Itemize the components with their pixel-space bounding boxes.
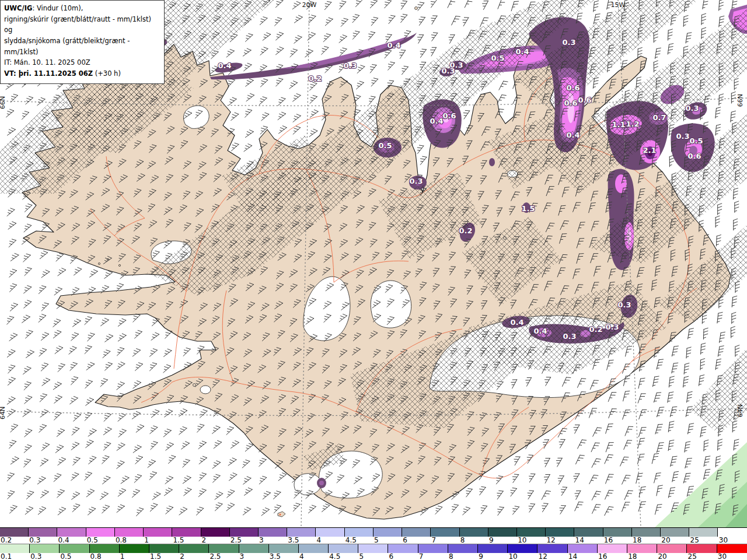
colorbar-rain (0, 544, 747, 553)
colorbar-tick-label: 2 (202, 536, 207, 544)
colorbar-tick-label: 14 (568, 552, 577, 560)
precip-value-label: 0.6 (578, 96, 591, 104)
colorbar-tick-label: 3 (259, 536, 264, 544)
colorbar-sleet-snow (0, 527, 747, 537)
colorbar-tick-label: 4.5 (345, 536, 357, 544)
colorbar-cell (316, 528, 344, 537)
colorbar-tick-label: 3 (240, 552, 245, 560)
colorbar-tick-label: 0.2 (1, 536, 12, 544)
colorbar-cell (537, 544, 567, 553)
precip-value-label: 0.4 (566, 131, 580, 139)
colorbar-cell (661, 528, 689, 537)
colorbar-tick-label: 16 (604, 536, 613, 544)
precip-value-label: 0.3 (605, 323, 619, 331)
colorbar-legend: 0.20.30.40.50.811.522.533.544.5567891012… (0, 527, 747, 560)
colorbar-cell (657, 544, 687, 553)
colorbar-cell (488, 528, 517, 537)
colorbar-tick-label: 0.3 (30, 552, 41, 560)
colorbar-cell (374, 528, 402, 537)
colorbar-tick-label: 1 (120, 552, 125, 560)
precip-value-label: 0.6 (687, 152, 701, 160)
precip-value-label: 0.6 (442, 111, 456, 120)
colorbar-cell (0, 544, 30, 553)
colorbar-tick-label: 8 (449, 552, 453, 560)
colorbar-cell (358, 544, 388, 553)
title-legend-box: UWC/IG: Vindur (10m), rigning/skúrir (gr… (0, 0, 165, 84)
colorbar-tick-label: 0.4 (58, 536, 69, 544)
colorbar-tick-label: 25 (690, 536, 699, 544)
meridian-label: 20W (302, 1, 317, 9)
colorbar-tick-label: 0.5 (60, 552, 71, 560)
colorbar-tick-label: 1.5 (173, 536, 184, 544)
colorbar-cell (209, 544, 239, 553)
colorbar-cell (546, 528, 574, 537)
legend-line-3: slydda/snjókoma (grátt/bleikt/grænt - mm… (4, 36, 161, 57)
colorbar-cell (179, 544, 209, 553)
colorbar-cell (0, 528, 29, 537)
colorbar-tick-label: 0.8 (116, 536, 127, 544)
colorbar-cell (448, 544, 478, 553)
parallel-label: 66N (0, 96, 6, 109)
colorbar-tick-label: 4 (317, 536, 322, 544)
precip-value-label: 1.1 (612, 120, 625, 129)
colorbar-cell (259, 528, 287, 537)
colorbar-tick-label: 18 (628, 552, 637, 560)
colorbar-cell (717, 544, 747, 553)
precip-value-label: 0.4 (218, 61, 231, 70)
colorbar-cell (269, 544, 299, 553)
colorbar-cell (431, 528, 459, 537)
precip-value-label: 0.3 (409, 177, 423, 186)
precip-value-label: 0.3 (562, 38, 575, 47)
colorbar-tick-label: 20 (661, 536, 670, 544)
colorbar-tick-label: 2.5 (210, 552, 221, 560)
colorbar-cell (418, 544, 448, 553)
colorbar-cell (603, 528, 632, 537)
colorbar-cell (86, 528, 115, 537)
colorbar-cell (574, 528, 603, 537)
legend-line-4: IT: Mán. 10. 11. 2025 00Z (4, 57, 161, 68)
precip-value-label: 1.2 (626, 120, 639, 128)
colorbar-tick-label: 7 (431, 536, 436, 544)
colorbar-tick-label: 7 (419, 552, 424, 560)
parallel-label: 64N (0, 407, 6, 419)
precip-value-label: 2.1 (643, 146, 656, 155)
colorbar-tick-label: 18 (633, 536, 641, 544)
colorbar-cell (230, 528, 259, 537)
precip-value-label: 1.5 (521, 204, 535, 213)
colorbar-tick-label: 2.5 (231, 536, 242, 544)
colorbar-tick-label: 0.1 (1, 552, 12, 560)
colorbar-tick-label: 10 (518, 536, 526, 544)
colorbar-cell (345, 528, 374, 537)
colorbar-cell (598, 544, 627, 553)
precip-value-label: 0.4 (510, 318, 523, 327)
colorbar-cell (90, 544, 120, 553)
colorbar-cell (287, 528, 316, 537)
colorbar-tick-label: 25 (688, 552, 697, 560)
colorbar-tick-label: 14 (575, 536, 584, 544)
colorbar-cell (29, 528, 57, 537)
colorbar-cell (30, 544, 60, 553)
colorbar-cell (478, 544, 508, 553)
colorbar-tick-label: 8 (460, 536, 465, 544)
precip-value-label: 0.3 (676, 132, 689, 141)
colorbar-cell (144, 528, 172, 537)
colorbar-tick-label: 6 (403, 536, 407, 544)
colorbar-tick-label: 10 (508, 552, 517, 560)
precip-value-label: 0.4 (533, 327, 547, 335)
precip-value-label: 0.4 (430, 117, 443, 125)
precip-value-label: 0.6 (564, 99, 577, 107)
precip-value-label: 0.3 (685, 104, 699, 113)
precip-value-label: 0.5 (491, 54, 504, 62)
colorbar-tick-label: 4 (299, 552, 304, 560)
colorbar-tick-label: 4.5 (329, 552, 340, 560)
colorbar-cell (508, 544, 537, 553)
colorbar-cell (120, 544, 149, 553)
colorbar-tick-label: 1.5 (150, 552, 161, 560)
precip-value-label: 0.5 (378, 141, 392, 150)
weather-map-screen: 20W15W66N64N66N64N 0.30.40.20.30.40.30.3… (0, 0, 747, 560)
colorbar-tick-label: 3.5 (270, 552, 281, 560)
colorbar-cell (627, 544, 657, 553)
colorbar-tick-label: 20 (658, 552, 666, 560)
colorbar-tick-label: 12 (546, 536, 555, 544)
colorbar-tick-label: 0.3 (29, 536, 40, 544)
